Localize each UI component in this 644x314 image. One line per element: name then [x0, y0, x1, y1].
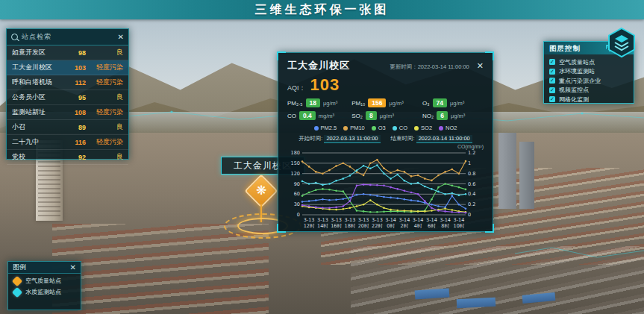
corner-accent — [485, 224, 494, 233]
layer-checkbox-row[interactable]: ✓ 网格化监测 — [544, 95, 634, 104]
layer-checkbox-row[interactable]: ✓ 视频监控点 — [544, 86, 634, 95]
pollutant-name: PM₂.₅ — [287, 100, 303, 107]
station-aqi-value: 108 — [68, 109, 86, 116]
top-banner: 三维生态环保一张图 — [0, 0, 644, 19]
svg-text:3-146时: 3-146时 — [426, 217, 437, 229]
station-aqi-status: 良 — [86, 92, 123, 102]
layer-label: 重点污染源企业 — [559, 77, 601, 85]
pollutant-value-badge: 74 — [433, 98, 447, 107]
checkbox-checked-icon[interactable]: ✓ — [549, 78, 555, 84]
station-aqi-status: 良 — [86, 152, 123, 162]
popup-title: 工大金川校区 — [287, 59, 350, 72]
map-legend-panel: 图例 ✕ 空气质量站点 水质监测站点 — [7, 261, 81, 310]
legend-label: SO2 — [421, 125, 432, 131]
end-time-label: 结束时间: — [391, 135, 415, 142]
legend-item-label: 水质监测站点 — [25, 288, 61, 296]
svg-text:0.8: 0.8 — [468, 171, 475, 177]
pollutant-unit: μg/m³ — [380, 113, 394, 119]
station-row[interactable]: 小召 89 良 — [7, 120, 128, 135]
station-row[interactable]: 呼和白塔机场 112 轻度污染 — [7, 75, 128, 90]
checkbox-checked-icon[interactable]: ✓ — [549, 59, 555, 65]
station-search-panel: 站点检索 ✕ 如意开发区 98 良工大金川校区 103 轻度污染呼和白塔机场 1… — [6, 28, 129, 160]
checkbox-checked-icon[interactable]: ✓ — [549, 96, 555, 102]
station-aqi-status: 轻度污染 — [86, 78, 123, 87]
svg-text:3-142时: 3-142时 — [399, 217, 410, 229]
pollutant-trend-chart: 030609012015018000.20.40.60.811.23-1312时… — [287, 149, 484, 233]
search-input[interactable]: 站点检索 — [22, 32, 118, 42]
svg-text:120: 120 — [291, 171, 300, 177]
checkbox-checked-icon[interactable]: ✓ — [549, 87, 555, 93]
chart-legend-item[interactable]: PM10 — [343, 125, 365, 131]
station-row[interactable]: 公务员小区 95 良 — [7, 90, 128, 105]
svg-text:3-1316时: 3-1316时 — [331, 217, 342, 229]
chart-legend-item[interactable]: CO — [393, 125, 407, 131]
station-row[interactable]: 如意开发区 98 良 — [7, 45, 128, 60]
station-row[interactable]: 党校 92 良 — [7, 150, 128, 165]
search-icon — [11, 34, 18, 40]
svg-text:30: 30 — [294, 201, 300, 207]
svg-text:150: 150 — [291, 160, 300, 166]
close-icon[interactable]: ✕ — [118, 33, 124, 41]
station-search-header: 站点检索 ✕ — [7, 29, 128, 45]
layer-checkbox-row[interactable]: ✓ 水环境监测站 — [544, 67, 634, 77]
station-name: 二十九中 — [12, 137, 68, 147]
station-detail-popup: 工大金川校区 更新时间：2022-03-14 11:00:00 ✕ AQI： 1… — [278, 52, 493, 232]
end-time-input[interactable]: 2022-03-14 11:00:00 — [416, 135, 472, 143]
windmill-icon: ❋ — [249, 180, 273, 202]
pollutant-cell: PM₁₀ 156 μg/m³ — [351, 98, 422, 107]
corner-accent — [485, 51, 494, 60]
checkbox-checked-icon[interactable]: ✓ — [549, 69, 555, 75]
close-icon[interactable]: ✕ — [70, 263, 76, 271]
legend-item: 空气质量站点 — [8, 274, 81, 285]
layer-checkbox-row[interactable]: ✓ 重点污染源企业 — [544, 76, 634, 86]
station-aqi-status: 轻度污染 — [86, 63, 123, 72]
close-icon[interactable]: ✕ — [477, 61, 484, 71]
station-row[interactable]: 二十九中 116 轻度污染 — [7, 135, 128, 150]
chart-legend-item[interactable]: NO2 — [439, 125, 457, 131]
station-row[interactable]: 工大金川校区 103 轻度污染 — [7, 60, 128, 75]
station-row[interactable]: 监测站新址 108 轻度污染 — [7, 105, 128, 120]
layer-checkbox-row[interactable]: ✓ 空气质量站点 — [544, 57, 634, 67]
chart-legend-item[interactable]: PM2.5 — [314, 125, 337, 131]
svg-text:0.6: 0.6 — [468, 181, 475, 187]
legend-title: 图例 — [13, 263, 70, 272]
pollutant-cell: NO₂ 6 μg/m³ — [422, 111, 484, 120]
layer-label: 水环境监测站 — [559, 67, 595, 75]
pollutant-unit: μg/m³ — [389, 100, 403, 107]
pollutant-cell: CO 0.4 mg/m³ — [287, 111, 351, 120]
layer-list: ✓ 空气质量站点✓ 水环境监测站✓ 重点污染源企业✓ 视频监控点✓ 网格化监测 — [544, 54, 634, 104]
pollutant-value-badge: 156 — [368, 98, 386, 107]
pollutant-name: O₃ — [422, 100, 429, 107]
station-aqi-value: 89 — [68, 124, 86, 131]
start-time-input[interactable]: 2022-03-13 11:00:00 — [324, 135, 380, 143]
svg-text:180: 180 — [291, 150, 300, 156]
svg-text:3-1322时: 3-1322时 — [372, 217, 383, 229]
legend-label: NO2 — [446, 125, 457, 131]
pollutant-name: NO₂ — [422, 113, 434, 119]
station-aqi-value: 92 — [68, 154, 86, 161]
legend-dot — [393, 126, 397, 131]
chart-legend-item[interactable]: O3 — [372, 125, 386, 131]
legend-label: CO — [399, 125, 407, 131]
legend-label: O3 — [378, 125, 386, 131]
svg-text:0.4: 0.4 — [468, 191, 475, 197]
legend-dot — [414, 126, 419, 131]
station-aqi-value: 112 — [68, 79, 86, 87]
layers-hexagon-button[interactable] — [606, 27, 637, 58]
svg-text:90: 90 — [294, 181, 300, 187]
layer-label: 空气质量站点 — [559, 58, 595, 66]
station-name: 公务员小区 — [12, 92, 68, 102]
pollutant-value-badge: 6 — [437, 111, 448, 120]
station-aqi-status: 良 — [86, 48, 123, 57]
highrise-tower — [498, 133, 516, 209]
building-blocks-west — [52, 224, 269, 314]
station-aqi-status: 轻度污染 — [86, 137, 123, 147]
svg-text:0: 0 — [468, 212, 471, 218]
station-aqi-value: 116 — [68, 139, 86, 146]
station-name: 工大金川校区 — [12, 63, 68, 72]
svg-text:1.2: 1.2 — [468, 150, 475, 156]
pollutant-value-badge: 8 — [366, 111, 377, 120]
station-name: 呼和白塔机场 — [12, 78, 68, 87]
svg-text:3-1314时: 3-1314时 — [317, 217, 328, 229]
chart-legend-item[interactable]: SO2 — [414, 125, 432, 131]
